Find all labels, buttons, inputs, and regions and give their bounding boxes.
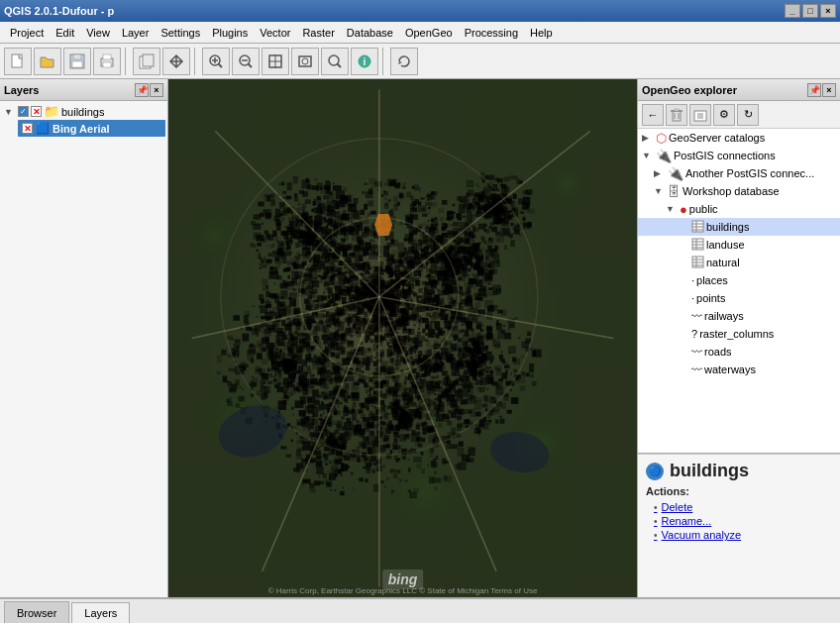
- map-canvas[interactable]: bing © Harris Corp, Earthstar Geographic…: [168, 79, 637, 597]
- folder-icon: 📁: [44, 104, 59, 119]
- expand-postgis-icon[interactable]: ▼: [642, 151, 654, 160]
- raster-columns-icon: ?: [691, 328, 697, 340]
- opengeo-toolbar: ← ⚙ ↻: [638, 101, 840, 129]
- places-icon: ·: [691, 274, 694, 286]
- new-project-button[interactable]: [4, 48, 32, 75]
- opengeo-pin-button[interactable]: 📌: [807, 83, 821, 97]
- expand-another-icon[interactable]: ▶: [654, 168, 666, 178]
- main-area: Layers 📌 × ▼ ✓ ✕ 📁 buildings ✕ 🟦 Bing Ae…: [0, 79, 840, 597]
- refresh-button[interactable]: [390, 48, 418, 75]
- vacuum-analyze-link[interactable]: Vacuum analyze: [662, 529, 742, 541]
- tree-public[interactable]: ▼ ● public: [638, 200, 840, 218]
- opengeo-export-button[interactable]: [689, 104, 711, 126]
- zoom-full-button[interactable]: [262, 48, 289, 75]
- expand-geoserver-icon[interactable]: ▶: [642, 133, 654, 143]
- svg-point-20: [302, 58, 308, 64]
- opengeo-refresh-button[interactable]: ↻: [737, 104, 759, 126]
- tree-buildings[interactable]: buildings: [638, 218, 840, 236]
- zoom-out-button[interactable]: [232, 48, 260, 75]
- menu-settings[interactable]: Settings: [155, 25, 206, 41]
- opengeo-close-button[interactable]: ×: [822, 83, 836, 97]
- layers-panel: Layers 📌 × ▼ ✓ ✕ 📁 buildings ✕ 🟦 Bing Ae…: [0, 79, 168, 597]
- menu-layer[interactable]: Layer: [116, 25, 156, 41]
- tree-waterways[interactable]: 〰 waterways: [638, 361, 840, 378]
- public-label: public: [689, 203, 718, 215]
- svg-rect-2: [73, 54, 81, 59]
- menu-opengeo[interactable]: OpenGeo: [399, 25, 459, 41]
- tree-workshop-db[interactable]: ▼ 🗄 Workshop database: [638, 182, 840, 200]
- zoom-in-button[interactable]: [202, 48, 230, 75]
- bing-x-checkbox[interactable]: ✕: [22, 123, 33, 134]
- tree-landuse[interactable]: landuse: [638, 236, 840, 254]
- menu-vector[interactable]: Vector: [254, 25, 296, 41]
- delete-action[interactable]: • Delete: [654, 500, 832, 514]
- zoom-layer-button[interactable]: [291, 48, 319, 75]
- menu-project[interactable]: Project: [4, 25, 50, 41]
- natural-label: natural: [706, 257, 740, 268]
- svg-line-14: [249, 63, 253, 67]
- toolbar-separator-2: [194, 48, 198, 75]
- expand-workshop-icon[interactable]: ▼: [654, 186, 666, 196]
- rename-link[interactable]: Rename...: [662, 515, 712, 527]
- tree-roads[interactable]: 〰 roads: [638, 343, 840, 361]
- copy-map-button[interactable]: [133, 48, 160, 75]
- opengeo-settings-button[interactable]: ⚙: [713, 104, 735, 126]
- layers-panel-controls: 📌 ×: [135, 83, 163, 97]
- vacuum-analyze-action[interactable]: • Vacuum analyze: [654, 528, 832, 542]
- close-button[interactable]: ×: [820, 4, 836, 18]
- tab-browser[interactable]: Browser: [4, 601, 69, 623]
- open-project-button[interactable]: [34, 48, 61, 75]
- expand-public-icon[interactable]: ▼: [666, 204, 678, 214]
- delete-link[interactable]: Delete: [662, 501, 693, 513]
- tree-postgis[interactable]: ▼ 🔌 PostGIS connections: [638, 147, 840, 164]
- minimize-button[interactable]: _: [785, 4, 800, 18]
- opengeo-panel: OpenGeo explorer 📌 × ← ⚙ ↻ ▶ ⬡: [637, 79, 840, 597]
- buildings-visibility-checkbox[interactable]: ✓: [18, 106, 29, 117]
- menu-help[interactable]: Help: [524, 25, 559, 41]
- bottom-tabs: Browser Layers: [0, 597, 840, 623]
- bing-aerial-layer[interactable]: ✕ 🟦 Bing Aerial: [18, 120, 165, 137]
- svg-rect-5: [103, 54, 111, 59]
- print-button[interactable]: [93, 48, 121, 75]
- title-bar: QGIS 2.0.1-Dufour - p _ □ ×: [0, 0, 840, 22]
- tree-places[interactable]: · places: [638, 271, 840, 289]
- window-controls: _ □ ×: [785, 4, 836, 18]
- delete-bullet: •: [654, 502, 658, 513]
- satellite-map: bing © Harris Corp, Earthstar Geographic…: [168, 79, 637, 597]
- railways-icon: 〰: [691, 310, 702, 322]
- bing-aerial-label: Bing Aerial: [52, 123, 110, 135]
- svg-rect-27: [675, 109, 679, 111]
- tree-scroll-area[interactable]: ▶ ⬡ GeoServer catalogs ▼ 🔌 PostGIS conne…: [638, 129, 840, 453]
- tree-railways[interactable]: 〰 railways: [638, 307, 840, 325]
- menu-processing[interactable]: Processing: [459, 25, 524, 41]
- layers-list: ▼ ✓ ✕ 📁 buildings ✕ 🟦 Bing Aerial: [0, 101, 167, 597]
- selected-item-panel: 🔵 buildings Actions: • Delete • Rename..…: [638, 454, 840, 597]
- rename-bullet: •: [654, 516, 658, 527]
- tab-layers[interactable]: Layers: [71, 602, 130, 623]
- save-project-button[interactable]: [63, 48, 91, 75]
- opengeo-back-button[interactable]: ←: [642, 104, 664, 126]
- opengeo-delete-button[interactable]: [666, 104, 687, 126]
- opengeo-panel-title: OpenGeo explorer: [642, 84, 737, 96]
- menu-plugins[interactable]: Plugins: [206, 25, 254, 41]
- pan-tool-button[interactable]: [162, 48, 190, 75]
- buildings-table-icon: [691, 220, 704, 235]
- points-label: points: [696, 292, 725, 304]
- tree-natural[interactable]: natural: [638, 254, 840, 271]
- tree-raster-columns[interactable]: ? raster_columns: [638, 325, 840, 343]
- buildings-x-checkbox[interactable]: ✕: [31, 106, 42, 117]
- menu-raster[interactable]: Raster: [296, 25, 340, 41]
- zoom-select-button[interactable]: [321, 48, 349, 75]
- menu-view[interactable]: View: [80, 25, 116, 41]
- layers-panel-pin-button[interactable]: 📌: [135, 83, 149, 97]
- maximize-button[interactable]: □: [802, 4, 818, 18]
- tree-another-postgis[interactable]: ▶ 🔌 Another PostGIS connec...: [638, 164, 840, 182]
- identify-button[interactable]: i: [351, 48, 378, 75]
- tree-geoserver[interactable]: ▶ ⬡ GeoServer catalogs: [638, 129, 840, 147]
- layers-panel-close-button[interactable]: ×: [150, 83, 163, 97]
- menu-edit[interactable]: Edit: [50, 25, 80, 41]
- rename-action[interactable]: • Rename...: [654, 514, 832, 528]
- tree-points[interactable]: · points: [638, 289, 840, 307]
- expand-buildings-icon[interactable]: ▼: [4, 107, 16, 117]
- menu-database[interactable]: Database: [341, 25, 399, 41]
